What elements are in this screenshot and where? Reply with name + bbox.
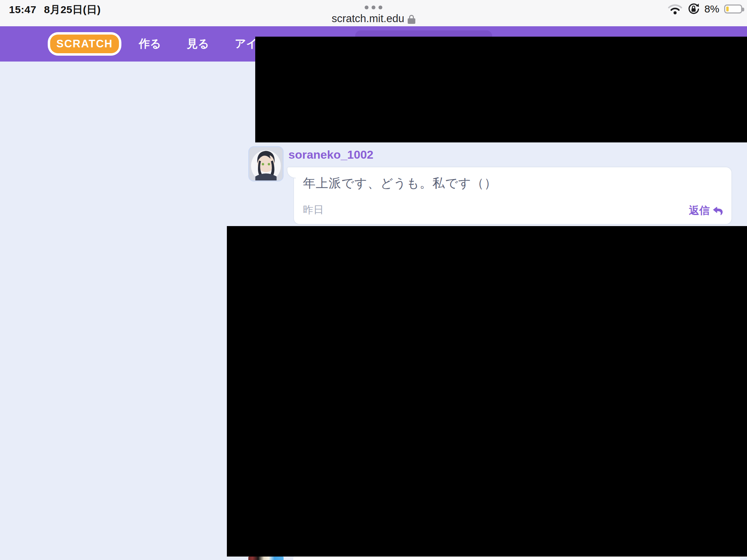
battery-fill-low: [726, 7, 729, 11]
lock-body: [408, 18, 415, 24]
nav-item-create[interactable]: 作る: [137, 33, 163, 55]
redaction-block-bottom: [227, 226, 747, 557]
comment-body-text: 年上派です、どうも。私です（）: [303, 175, 497, 192]
nav-item-explore[interactable]: 見る: [185, 33, 211, 55]
commenter-username-link[interactable]: soraneko_1002: [288, 148, 374, 161]
comment-timestamp: 昨日: [303, 203, 324, 217]
battery-icon: [724, 4, 742, 13]
scratch-logo-text: SCRATCH: [50, 35, 119, 53]
rotation-lock-icon: [687, 3, 700, 15]
battery-nub: [742, 8, 744, 11]
reply-button[interactable]: 返信: [689, 204, 723, 218]
dot-icon: [372, 6, 376, 9]
wifi-icon: [668, 3, 682, 15]
redaction-block-top: [255, 37, 747, 142]
status-time-date: 15:478月25日(日): [9, 3, 101, 17]
commenter-avatar[interactable]: [248, 146, 284, 181]
battery-percent: 8%: [704, 3, 719, 15]
status-right-cluster: 8%: [668, 3, 742, 15]
safari-address-bar[interactable]: scratch.mit.edu: [332, 12, 415, 25]
comment-bubble: 年上派です、どうも。私です（） 昨日 返信: [293, 167, 732, 225]
avatar-illustration: [249, 147, 283, 180]
safari-page-menu-dots-icon[interactable]: [365, 6, 382, 9]
ios-status-bar: 15:478月25日(日) scratch.mit.edu 8%: [0, 0, 747, 26]
address-url: scratch.mit.edu: [332, 12, 404, 25]
status-time: 15:47: [9, 4, 36, 15]
scratch-logo[interactable]: SCRATCH: [48, 32, 121, 56]
next-commenter-avatar-partial[interactable]: [248, 557, 284, 560]
secure-lock-icon: [408, 15, 415, 24]
reply-label: 返信: [689, 204, 710, 218]
next-comment-bubble-partial: [293, 557, 740, 560]
reply-arrow-icon: [713, 206, 723, 216]
dot-icon: [365, 6, 369, 9]
status-date: 8月25日(日): [44, 4, 101, 15]
dot-icon: [379, 6, 382, 9]
